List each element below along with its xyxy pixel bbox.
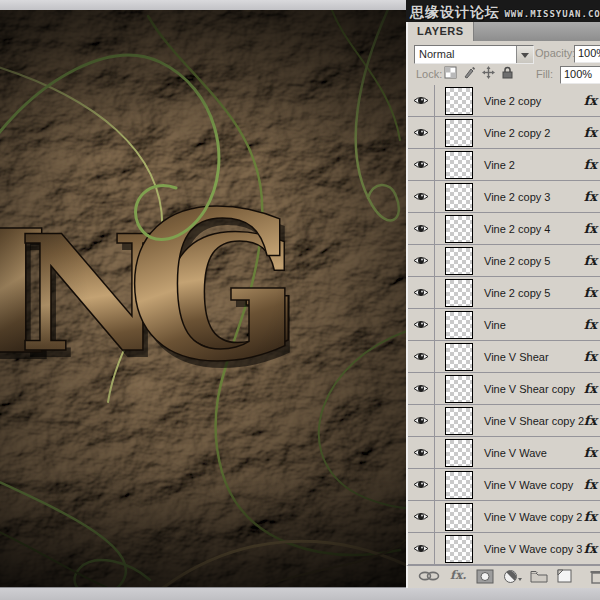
visibility-toggle[interactable]	[408, 341, 435, 372]
visibility-toggle[interactable]	[408, 533, 435, 564]
layer-style-fx-badge[interactable]: fx	[584, 285, 597, 300]
adjustment-layer-icon[interactable]	[503, 569, 523, 584]
eye-icon	[413, 543, 429, 554]
layer-style-fx-badge[interactable]: fx	[584, 93, 597, 108]
layer-name[interactable]: Vine V Wave copy 3	[484, 543, 582, 555]
lock-label: Lock:	[416, 68, 442, 80]
layer-name[interactable]: Vine 2 copy	[484, 95, 541, 107]
layer-name[interactable]: Vine V Shear copy 2	[484, 415, 584, 427]
opacity-input[interactable]: 100%	[574, 45, 600, 63]
layer-row[interactable]: Vine 2 copy fx	[408, 85, 600, 117]
layer-row[interactable]: Vine V Shear fx	[408, 341, 600, 373]
layer-row[interactable]: Vine V Wave fx	[408, 437, 600, 469]
layer-row[interactable]: Vine 2 copy 4 fx	[408, 213, 600, 245]
layer-name[interactable]: Vine V Wave copy	[484, 479, 573, 491]
layer-name[interactable]: Vine 2 copy 5	[484, 287, 550, 299]
eye-icon	[413, 511, 429, 522]
layer-thumbnail[interactable]	[445, 407, 473, 435]
layer-style-fx-badge[interactable]: fx	[584, 477, 597, 492]
visibility-toggle[interactable]	[408, 277, 435, 308]
layer-style-fx-badge[interactable]: fx	[584, 253, 597, 268]
fill-input[interactable]: 100%	[560, 66, 600, 84]
layer-thumbnail[interactable]	[445, 119, 473, 147]
layer-thumbnail[interactable]	[445, 375, 473, 403]
layer-thumbnail[interactable]	[445, 503, 473, 531]
layer-name[interactable]: Vine 2 copy 4	[484, 223, 550, 235]
visibility-toggle[interactable]	[408, 85, 435, 116]
visibility-toggle[interactable]	[408, 149, 435, 180]
visibility-toggle[interactable]	[408, 213, 435, 244]
layer-row[interactable]: Vine 2 copy 2 fx	[408, 117, 600, 149]
layer-style-fx-badge[interactable]: fx	[584, 349, 597, 364]
visibility-toggle[interactable]	[408, 405, 435, 436]
delete-layer-icon[interactable]	[590, 569, 600, 584]
link-layers-icon[interactable]	[418, 569, 440, 583]
layer-thumbnail[interactable]	[445, 87, 473, 115]
panel-controls: Normal Opacity: 100% Lock:	[406, 41, 600, 85]
layer-thumbnail[interactable]	[445, 439, 473, 467]
layer-name[interactable]: Vine V Wave	[484, 447, 547, 459]
layer-row[interactable]: Vine V Wave copy 2 fx	[408, 501, 600, 533]
layer-name[interactable]: Vine 2 copy 2	[484, 127, 550, 139]
layer-style-fx-badge[interactable]: fx	[584, 157, 597, 172]
lock-transparency-icon[interactable]	[444, 66, 457, 79]
layer-row[interactable]: Vine V Wave copy 3 fx	[408, 533, 600, 565]
layer-thumbnail[interactable]	[445, 247, 473, 275]
visibility-toggle[interactable]	[408, 469, 435, 500]
layer-name[interactable]: Vine V Wave copy 2	[484, 511, 582, 523]
layer-name[interactable]: Vine V Shear	[484, 351, 549, 363]
visibility-toggle[interactable]	[408, 309, 435, 340]
layer-thumbnail[interactable]	[445, 279, 473, 307]
layer-thumbnail[interactable]	[445, 471, 473, 499]
layer-style-fx-badge[interactable]: fx	[584, 221, 597, 236]
layer-row[interactable]: Vine 2 fx	[408, 149, 600, 181]
layer-row[interactable]: Vine V Shear copy fx	[408, 373, 600, 405]
visibility-toggle[interactable]	[408, 373, 435, 404]
lock-all-icon[interactable]	[501, 66, 514, 79]
visibility-toggle[interactable]	[408, 437, 435, 468]
visibility-toggle[interactable]	[408, 117, 435, 148]
layer-name[interactable]: Vine 2	[484, 159, 515, 171]
layer-thumbnail[interactable]	[445, 535, 473, 563]
layer-style-fx-badge[interactable]: fx	[584, 189, 597, 204]
artwork-image: I N G I NG G	[0, 10, 406, 587]
visibility-toggle[interactable]	[408, 181, 435, 212]
layer-thumbnail[interactable]	[445, 183, 473, 211]
layer-row[interactable]: Vine 2 copy 5 fx	[408, 277, 600, 309]
layer-thumbnail[interactable]	[445, 311, 473, 339]
layer-name[interactable]: Vine	[484, 319, 506, 331]
layer-row[interactable]: Vine 2 copy 5 fx	[408, 245, 600, 277]
blend-mode-dropdown-button[interactable]	[516, 46, 533, 63]
layer-name[interactable]: Vine V Shear copy	[484, 383, 575, 395]
layer-thumbnail[interactable]	[445, 343, 473, 371]
tab-layers[interactable]: LAYERS	[408, 22, 474, 41]
new-layer-icon[interactable]	[557, 569, 573, 584]
layer-style-icon[interactable]: fx.	[450, 568, 467, 582]
eye-icon	[413, 159, 429, 170]
layer-row[interactable]: Vine V Shear copy 2 fx	[408, 405, 600, 437]
opacity-label: Opacity:	[535, 47, 575, 59]
layer-style-fx-badge[interactable]: fx	[584, 125, 597, 140]
layers-panel: 思缘设计论坛 WWW.MISSYUAN.COM LAYERS Normal Op…	[406, 0, 600, 587]
layer-row[interactable]: Vine 2 copy 3 fx	[408, 181, 600, 213]
layer-thumbnail[interactable]	[445, 151, 473, 179]
layer-style-fx-badge[interactable]: fx	[584, 381, 597, 396]
layer-style-fx-badge[interactable]: fx	[584, 445, 597, 460]
new-group-icon[interactable]	[530, 569, 548, 583]
layer-style-fx-badge[interactable]: fx	[584, 509, 597, 524]
blend-mode-select[interactable]: Normal	[414, 45, 534, 64]
layer-style-fx-badge[interactable]: fx	[584, 541, 597, 556]
visibility-toggle[interactable]	[408, 245, 435, 276]
layer-name[interactable]: Vine 2 copy 5	[484, 255, 550, 267]
layer-thumbnail[interactable]	[445, 215, 473, 243]
layer-style-fx-badge[interactable]: fx	[584, 317, 597, 332]
layer-name[interactable]: Vine 2 copy 3	[484, 191, 550, 203]
visibility-toggle[interactable]	[408, 501, 435, 532]
layer-row[interactable]: Vine V Wave copy fx	[408, 469, 600, 501]
layer-style-fx-badge[interactable]: fx	[584, 413, 597, 428]
lock-position-icon[interactable]	[482, 66, 495, 79]
layer-row[interactable]: Vine fx	[408, 309, 600, 341]
add-layer-mask-icon[interactable]	[476, 569, 494, 584]
lock-paint-icon[interactable]	[463, 66, 476, 79]
canvas-artwork: I N G I NG G	[0, 10, 406, 587]
